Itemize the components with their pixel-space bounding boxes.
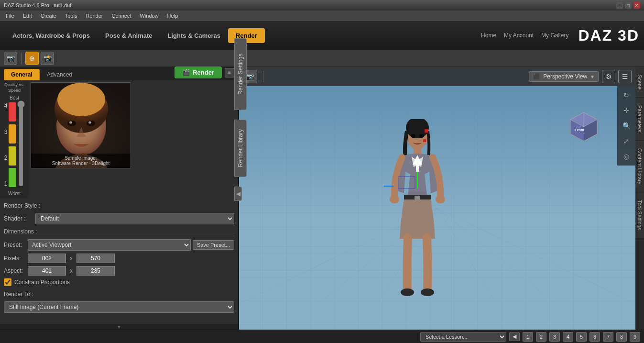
nav-lights[interactable]: Lights & Cameras — [160, 28, 229, 43]
pixels-height-input[interactable] — [76, 254, 115, 263]
target-button[interactable]: ⊕ — [25, 52, 39, 65]
render-style-label: Render Style : — [4, 202, 40, 209]
preset-select[interactable]: Active Viewport — [28, 239, 191, 251]
page-btn-7[interactable]: 7 — [603, 332, 613, 342]
pixels-row: Pixels: x — [4, 254, 234, 263]
aspect-row: Aspect: x — [4, 266, 234, 276]
photo-button[interactable]: 📸 — [41, 52, 54, 65]
right-tab-tools[interactable]: Tool Settings — [635, 192, 644, 238]
nav-home[interactable]: Home — [481, 32, 496, 39]
vp-icon-move[interactable]: ✛ — [619, 103, 633, 118]
render-to-select[interactable]: Still Image (Current Frame) — [4, 301, 234, 313]
character-svg — [384, 119, 451, 301]
render-library-tab[interactable]: Render Library — [234, 120, 247, 177]
vp-settings-button[interactable]: ⚙ — [602, 70, 615, 83]
page-btn-9[interactable]: 9 — [630, 332, 640, 342]
render-settings-label: Render Settings — [237, 54, 244, 95]
svg-point-8 — [88, 122, 91, 124]
aspect-label: Aspect: — [4, 267, 26, 274]
render-to-label: Render To : — [4, 291, 37, 298]
page-btn-2[interactable]: 2 — [536, 332, 546, 342]
menu-window[interactable]: Window — [136, 12, 162, 20]
quality-bar-3 — [9, 124, 16, 144]
svg-point-27 — [419, 134, 424, 138]
svg-point-4 — [57, 83, 105, 116]
sample-image: Sample Image: Software Render - 3Delight — [31, 82, 131, 168]
title-text: DAZ Studio 4.6 Pro - tut1.duf — [4, 2, 71, 8]
menu-file[interactable]: File — [2, 12, 18, 20]
aspect-height-input[interactable] — [76, 266, 115, 276]
panel-options-button[interactable]: ≡ — [225, 68, 234, 77]
tab-general[interactable]: General — [4, 69, 40, 80]
page-btn-5[interactable]: 5 — [576, 332, 587, 342]
svg-point-26 — [411, 134, 415, 138]
svg-rect-39 — [423, 139, 426, 142]
render-button[interactable]: 🎬 Render — [175, 66, 222, 78]
svg-point-32 — [421, 288, 434, 296]
svg-rect-41 — [416, 165, 419, 172]
page-btn-8[interactable]: 8 — [616, 332, 627, 342]
page-btn-3[interactable]: 3 — [549, 332, 560, 342]
perspective-view-label: Perspective View — [543, 73, 587, 80]
quality-bar-1 — [9, 168, 16, 187]
panel-main: Quality vs. Speed Best 4 3 2 1 — [0, 80, 238, 199]
constrain-checkbox[interactable] — [4, 278, 11, 286]
perspective-view-selector[interactable]: ⬛ Perspective View ▼ — [529, 71, 599, 82]
lesson-prev-button[interactable]: ◀ — [509, 332, 520, 341]
navbar: Actors, Wardrobe & Props Pose & Animate … — [0, 21, 644, 50]
quality-num-3: 3 — [4, 129, 8, 135]
page-btn-4[interactable]: 4 — [563, 332, 573, 342]
left-panel-collapse[interactable]: ◀ — [234, 187, 242, 201]
close-button[interactable]: ✕ — [633, 2, 640, 9]
menu-tools[interactable]: Tools — [61, 12, 81, 20]
vp-icon-target[interactable]: ◎ — [619, 149, 633, 164]
menu-create[interactable]: Create — [37, 12, 60, 20]
dimensions-label: Dimensions : — [4, 228, 234, 236]
view-icon: ⬛ — [533, 73, 540, 80]
aspect-width-input[interactable] — [28, 266, 66, 276]
viewport[interactable]: 📷 ⬛ Perspective View ▼ ⚙ ☰ — [239, 67, 635, 330]
vp-extra-button[interactable]: ☰ — [618, 70, 632, 83]
right-tab-parameters[interactable]: Parameters — [635, 98, 644, 141]
page-btn-1[interactable]: 1 — [523, 332, 533, 342]
page-btn-6[interactable]: 6 — [589, 332, 600, 342]
menu-help[interactable]: Help — [164, 12, 182, 20]
svg-point-5 — [67, 121, 76, 126]
toolbar-separator-1 — [21, 53, 22, 64]
minimize-button[interactable]: – — [616, 2, 623, 9]
shader-select[interactable]: Default — [35, 213, 234, 224]
right-tab-content[interactable]: Content Library — [635, 141, 644, 192]
svg-line-22 — [437, 208, 557, 304]
cube-nav[interactable]: Front — [566, 110, 602, 146]
menu-render[interactable]: Render — [82, 12, 107, 20]
nav-pose[interactable]: Pose & Animate — [98, 28, 160, 43]
save-preset-button[interactable]: Save Preset... — [193, 240, 234, 250]
right-panels: Scene Parameters Content Library Tool Se… — [635, 67, 644, 330]
render-to-select-row: Still Image (Current Frame) — [4, 301, 234, 313]
vp-separator — [263, 71, 263, 82]
camera-button[interactable]: 📷 — [4, 52, 17, 65]
svg-point-34 — [436, 196, 445, 203]
render-icon: 🎬 — [182, 69, 190, 76]
nav-account[interactable]: My Account — [504, 32, 534, 39]
maximize-button[interactable]: □ — [625, 2, 632, 9]
vp-icon-fit[interactable]: ⤢ — [619, 134, 633, 148]
render-to-row: Render To : — [4, 291, 234, 298]
pixels-label: Pixels: — [4, 255, 26, 262]
right-tab-scene[interactable]: Scene — [635, 67, 644, 98]
pixels-width-input[interactable] — [28, 254, 66, 263]
quality-slider[interactable] — [16, 100, 26, 187]
viewport-bg: Front — [239, 86, 635, 330]
render-style-row: Render Style : — [4, 202, 234, 209]
nav-actors[interactable]: Actors, Wardrobe & Props — [5, 28, 98, 43]
vp-icon-zoom[interactable]: 🔍 — [619, 119, 633, 133]
render-settings-tab[interactable]: Render Settings — [234, 38, 247, 110]
render-library-label: Render Library — [237, 129, 244, 167]
vp-icon-rotate[interactable]: ↻ — [619, 88, 633, 102]
menu-edit[interactable]: Edit — [19, 12, 36, 20]
tab-advanced[interactable]: Advanced — [40, 69, 79, 80]
nav-gallery[interactable]: My Gallery — [541, 32, 568, 39]
quality-bar-4 — [9, 102, 16, 122]
menu-connect[interactable]: Connect — [108, 12, 135, 20]
lesson-select[interactable]: Select a Lesson... — [420, 332, 506, 342]
